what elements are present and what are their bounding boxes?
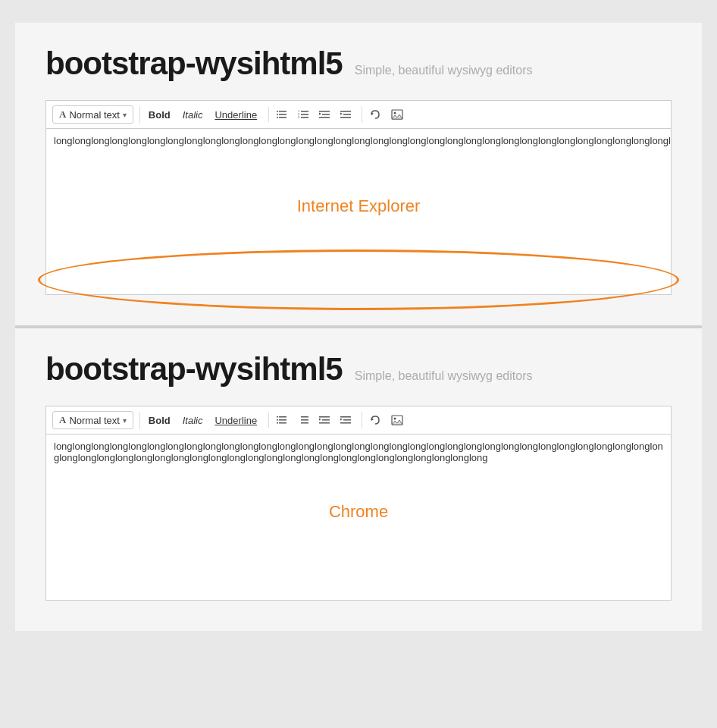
indent-icon-chrome[interactable] — [336, 413, 355, 428]
underline-button-ie[interactable]: Underline — [209, 106, 262, 124]
browser-label-chrome: Chrome — [329, 502, 388, 522]
svg-rect-16 — [340, 111, 351, 112]
toolbar-chrome: A Normal text ▾ Bold Italic Underline — [45, 406, 672, 434]
chrome-section: bootstrap-wysihtml5 Simple, beautiful wy… — [15, 328, 702, 631]
ordered-list-icon-chrome[interactable] — [293, 413, 313, 428]
bold-button-chrome[interactable]: Bold — [143, 412, 176, 429]
underline-button-chrome[interactable]: Underline — [209, 412, 262, 429]
svg-marker-19 — [340, 113, 343, 115]
svg-rect-3 — [277, 111, 278, 112]
header-ie: bootstrap-wysihtml5 Simple, beautiful wy… — [45, 46, 672, 82]
italic-button-ie[interactable]: Italic — [177, 106, 208, 124]
svg-marker-20 — [371, 112, 374, 115]
undo-icon[interactable] — [365, 106, 385, 123]
unordered-list-icon-chrome[interactable] — [272, 413, 292, 428]
undo-icon-chrome[interactable] — [365, 412, 385, 428]
svg-rect-24 — [279, 416, 286, 418]
unordered-list-icon[interactable] — [272, 107, 292, 122]
svg-rect-8 — [301, 117, 308, 118]
logo-chrome: bootstrap-wysihtml5 — [45, 351, 343, 388]
toolbar-group-action-chrome — [362, 412, 408, 428]
svg-rect-39 — [340, 422, 351, 424]
svg-rect-33 — [319, 416, 330, 418]
svg-rect-12 — [319, 111, 330, 112]
ordered-list-icon[interactable]: 1 2 3 — [293, 107, 313, 122]
dropdown-arrow-icon-chrome: ▾ — [123, 416, 127, 425]
svg-rect-0 — [279, 111, 286, 112]
toolbar-group-format: A Normal text ▾ — [52, 105, 133, 124]
svg-rect-37 — [340, 416, 351, 418]
image-icon[interactable] — [387, 106, 408, 123]
svg-rect-38 — [343, 419, 351, 421]
outdent-icon-chrome[interactable] — [315, 413, 334, 428]
browser-label-ie: Internet Explorer — [297, 196, 421, 216]
svg-rect-1 — [279, 114, 286, 115]
logo-ie: bootstrap-wysihtml5 — [45, 46, 343, 82]
svg-rect-17 — [343, 114, 351, 115]
toolbar-group-list-chrome — [268, 413, 355, 428]
svg-text:3: 3 — [298, 115, 300, 119]
indent-icon[interactable] — [336, 107, 355, 122]
svg-marker-41 — [371, 418, 374, 421]
tagline-ie: Simple, beautiful wysiwyg editors — [355, 64, 533, 77]
svg-marker-23 — [392, 115, 402, 119]
svg-rect-35 — [319, 422, 330, 424]
normal-text-dropdown-chrome[interactable]: A Normal text ▾ — [52, 411, 133, 429]
editor-ie[interactable]: longlonglonglonglonglonglonglonglonglong… — [45, 128, 672, 295]
image-icon-chrome[interactable] — [387, 412, 408, 428]
svg-rect-34 — [322, 419, 330, 421]
svg-marker-15 — [319, 113, 321, 115]
header-chrome: bootstrap-wysihtml5 Simple, beautiful wy… — [45, 351, 672, 388]
dropdown-arrow-icon: ▾ — [123, 111, 127, 119]
svg-rect-7 — [301, 114, 308, 115]
svg-rect-27 — [277, 416, 278, 418]
editor-wrapper-ie: longlonglonglonglonglonglonglonglonglong… — [45, 128, 672, 295]
italic-button-chrome[interactable]: Italic — [177, 412, 208, 429]
svg-rect-13 — [322, 114, 330, 115]
editor-chrome[interactable]: longlonglonglonglonglonglonglonglonglong… — [45, 434, 672, 601]
toolbar-group-style: Bold Italic Underline — [139, 106, 262, 124]
svg-rect-18 — [340, 117, 351, 118]
font-icon: A — [59, 108, 66, 121]
editor-content-ie[interactable]: longlonglonglonglonglonglonglonglonglong… — [46, 129, 671, 152]
svg-rect-32 — [301, 422, 308, 424]
svg-marker-40 — [340, 419, 343, 421]
svg-rect-31 — [301, 419, 308, 421]
svg-marker-36 — [319, 419, 321, 421]
bold-button-ie[interactable]: Bold — [143, 106, 176, 124]
editor-content-chrome[interactable]: longlonglonglonglonglonglonglonglonglong… — [46, 435, 671, 469]
svg-rect-6 — [301, 111, 308, 112]
normal-text-label-chrome: Normal text — [69, 415, 119, 426]
toolbar-ie: A Normal text ▾ Bold Italic Underline — [45, 100, 672, 128]
svg-point-22 — [394, 112, 396, 115]
svg-rect-30 — [301, 416, 308, 418]
normal-text-dropdown[interactable]: A Normal text ▾ — [52, 105, 133, 124]
svg-rect-2 — [279, 117, 286, 118]
svg-marker-44 — [392, 420, 402, 425]
normal-text-label: Normal text — [69, 109, 119, 121]
svg-rect-29 — [277, 422, 278, 424]
toolbar-group-list: 1 2 3 — [268, 107, 355, 122]
toolbar-group-style-chrome: Bold Italic Underline — [139, 412, 262, 429]
toolbar-group-action — [362, 106, 408, 123]
toolbar-group-format-chrome: A Normal text ▾ — [52, 411, 133, 429]
svg-rect-25 — [279, 419, 286, 421]
ie-section: bootstrap-wysihtml5 Simple, beautiful wy… — [15, 23, 702, 325]
svg-rect-5 — [277, 117, 278, 118]
outdent-icon[interactable] — [315, 107, 334, 122]
svg-rect-4 — [277, 114, 278, 115]
svg-point-43 — [394, 418, 396, 420]
font-icon-chrome: A — [59, 414, 66, 426]
svg-rect-26 — [279, 422, 286, 424]
tagline-chrome: Simple, beautiful wysiwyg editors — [355, 369, 533, 383]
svg-rect-28 — [277, 419, 278, 421]
svg-rect-14 — [319, 117, 330, 118]
